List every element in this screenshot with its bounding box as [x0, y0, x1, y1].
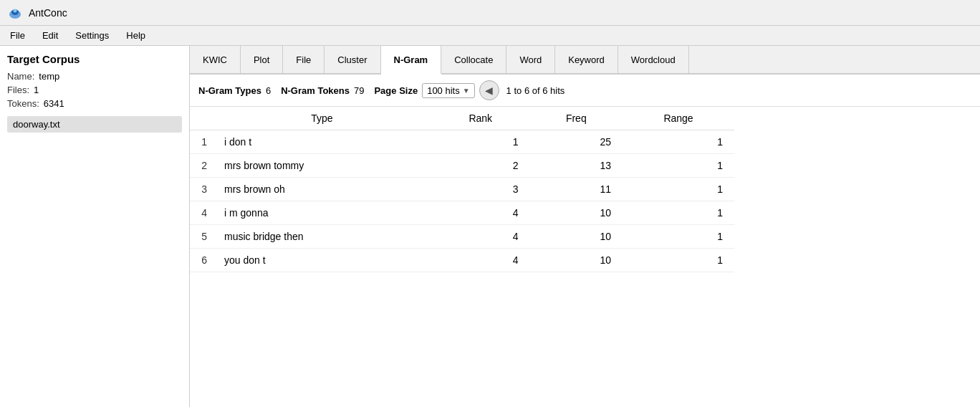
- page-size-value: 100 hits: [427, 85, 460, 96]
- cell-freq: 10: [530, 249, 623, 272]
- col-header-freq: Freq: [530, 107, 623, 130]
- cell-rank: 4: [431, 201, 530, 225]
- cell-range: 1: [623, 178, 734, 201]
- cell-freq: 10: [530, 201, 623, 225]
- sidebar-files-row: Files: 1: [7, 85, 182, 95]
- cell-rank: 2: [431, 154, 530, 178]
- tab-keyword[interactable]: Keyword: [555, 46, 618, 73]
- menu-help[interactable]: Help: [119, 29, 153, 42]
- cell-num: 1: [190, 130, 213, 154]
- cell-rank: 4: [431, 225, 530, 249]
- table-header-row: Type Rank Freq Range: [190, 107, 734, 130]
- sidebar-tokens-value: 6341: [44, 98, 64, 109]
- titlebar: AntConc: [0, 0, 980, 26]
- table-body: 1 i don t 1 25 1 2 mrs brown tommy 2 13 …: [190, 130, 734, 272]
- cell-range: 1: [623, 201, 734, 225]
- sidebar-tokens-label: Tokens:: [7, 98, 39, 109]
- page-size-select[interactable]: 100 hits ▼: [422, 83, 474, 98]
- data-table-area: Type Rank Freq Range 1 i don t 1 25 1 2 …: [190, 107, 980, 407]
- table-row[interactable]: 4 i m gonna 4 10 1: [190, 201, 734, 225]
- tab-wordcloud[interactable]: Wordcloud: [618, 46, 689, 73]
- main-layout: Target Corpus Name: temp Files: 1 Tokens…: [0, 46, 980, 407]
- table-row[interactable]: 3 mrs brown oh 3 11 1: [190, 178, 734, 201]
- sidebar-name-value: temp: [39, 71, 59, 82]
- cell-freq: 25: [530, 130, 623, 154]
- tab-collocate[interactable]: Collocate: [441, 46, 506, 73]
- cell-rank: 1: [431, 130, 530, 154]
- cell-rank: 3: [431, 178, 530, 201]
- tab-word[interactable]: Word: [506, 46, 555, 73]
- tab-cluster[interactable]: Cluster: [325, 46, 380, 73]
- menu-edit[interactable]: Edit: [35, 29, 65, 42]
- page-size-label: Page Size: [374, 85, 418, 96]
- col-header-type: Type: [213, 107, 431, 130]
- toolbar: N-Gram Types 6 N-Gram Tokens 79 Page Siz…: [190, 75, 980, 107]
- sidebar-files-label: Files:: [7, 85, 29, 95]
- cell-type: i don t: [213, 130, 431, 154]
- sidebar-file-item[interactable]: doorway.txt: [7, 116, 182, 133]
- tab-plot[interactable]: Plot: [241, 46, 283, 73]
- tab-ngram[interactable]: N-Gram: [381, 46, 442, 75]
- cell-range: 1: [623, 154, 734, 178]
- menubar: File Edit Settings Help: [0, 26, 980, 46]
- ngram-tokens-label: N-Gram Tokens: [281, 85, 350, 96]
- tab-kwic[interactable]: KWIC: [190, 46, 241, 73]
- antconc-icon: [7, 5, 23, 21]
- cell-type: i m gonna: [213, 201, 431, 225]
- cell-num: 3: [190, 178, 213, 201]
- cell-freq: 10: [530, 225, 623, 249]
- cell-type: mrs brown tommy: [213, 154, 431, 178]
- results-table: Type Rank Freq Range 1 i don t 1 25 1 2 …: [190, 107, 734, 272]
- menu-file[interactable]: File: [3, 29, 32, 42]
- sidebar: Target Corpus Name: temp Files: 1 Tokens…: [0, 46, 190, 407]
- cell-type: mrs brown oh: [213, 178, 431, 201]
- tab-file[interactable]: File: [283, 46, 325, 73]
- cell-range: 1: [623, 249, 734, 272]
- table-row[interactable]: 2 mrs brown tommy 2 13 1: [190, 154, 734, 178]
- cell-num: 5: [190, 225, 213, 249]
- sidebar-title: Target Corpus: [7, 53, 182, 65]
- sidebar-files-value: 1: [34, 85, 39, 95]
- col-header-num: [190, 107, 213, 130]
- cell-freq: 11: [530, 178, 623, 201]
- table-row[interactable]: 6 you don t 4 10 1: [190, 249, 734, 272]
- sidebar-name-row: Name: temp: [7, 71, 182, 82]
- cell-range: 1: [623, 130, 734, 154]
- content-area: KWIC Plot File Cluster N-Gram Collocate …: [190, 46, 980, 407]
- cell-rank: 4: [431, 249, 530, 272]
- svg-point-2: [14, 9, 17, 12]
- cell-type: you don t: [213, 249, 431, 272]
- sidebar-name-label: Name:: [7, 71, 34, 82]
- cell-num: 6: [190, 249, 213, 272]
- table-row[interactable]: 5 music bridge then 4 10 1: [190, 225, 734, 249]
- cell-num: 2: [190, 154, 213, 178]
- cell-type: music bridge then: [213, 225, 431, 249]
- hits-info: 1 to 6 of 6 hits: [506, 85, 565, 96]
- ngram-tokens-value: 79: [354, 85, 364, 96]
- back-icon: ◀: [485, 85, 493, 96]
- cell-num: 4: [190, 201, 213, 225]
- col-header-range: Range: [623, 107, 734, 130]
- tabbar: KWIC Plot File Cluster N-Gram Collocate …: [190, 46, 980, 75]
- menu-settings[interactable]: Settings: [68, 29, 116, 42]
- sidebar-tokens-row: Tokens: 6341: [7, 98, 182, 109]
- cell-freq: 13: [530, 154, 623, 178]
- cell-range: 1: [623, 225, 734, 249]
- table-row[interactable]: 1 i don t 1 25 1: [190, 130, 734, 154]
- app-title: AntConc: [29, 7, 67, 19]
- ngram-types-label: N-Gram Types: [198, 85, 261, 96]
- ngram-types-value: 6: [266, 85, 271, 96]
- chevron-down-icon: ▼: [463, 87, 470, 95]
- col-header-rank: Rank: [431, 107, 530, 130]
- back-button[interactable]: ◀: [479, 80, 499, 100]
